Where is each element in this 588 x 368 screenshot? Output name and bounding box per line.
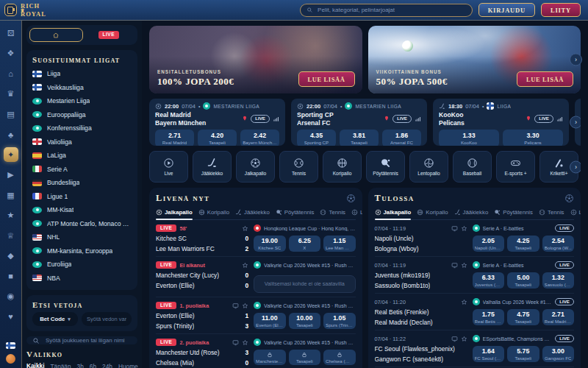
favorite-star-icon[interactable]: [461, 336, 467, 342]
team-search[interactable]: [26, 336, 137, 344]
odd-button[interactable]: 1.32 Sassuolo (B...: [542, 272, 574, 289]
match-row[interactable]: 07/04 · 11:19 Juventus (mko1919) Sassuol…: [375, 257, 575, 294]
time-filter[interactable]: 3h: [77, 363, 84, 368]
odd-button[interactable]: Chelsea (Mia...: [323, 350, 355, 365]
odd-button[interactable]: 3.30 Pelicans: [503, 130, 563, 146]
promo-banner-deposit[interactable]: ENSITALLETUSBONUS 100% JOPA 200€ LUE LIS…: [149, 26, 362, 93]
sport-tab[interactable]: Jääkiekko: [235, 209, 270, 216]
favorite-star-icon[interactable]: [461, 262, 467, 269]
favorite-star-icon[interactable]: [242, 262, 248, 269]
language-flag-finland[interactable]: [6, 342, 15, 349]
support-button[interactable]: [6, 354, 15, 364]
sport-tab[interactable]: Tennis: [539, 209, 564, 216]
banner-next-button[interactable]: ›: [570, 54, 582, 66]
odd-button[interactable]: 11.00 Everton (Elli...: [254, 313, 285, 329]
match-row[interactable]: LIVE 58' Kitchee SC0 Lee Man Warriors FC…: [156, 220, 356, 257]
match-row[interactable]: 07/04 · 11:20 Real Betis (Frenkie) Real …: [375, 294, 575, 330]
global-search-input[interactable]: [316, 6, 466, 14]
sport-tile[interactable]: Jääkiekko: [193, 151, 232, 183]
stream-monitor-icon[interactable]: [451, 262, 458, 269]
sidebar-league-item[interactable]: Eurooppaliiga: [32, 108, 132, 122]
rail-item-icon[interactable]: ❖: [4, 46, 18, 61]
odd-button[interactable]: Manchester U...: [254, 350, 285, 365]
rail-item-icon[interactable]: ▶: [4, 168, 18, 183]
sport-tab[interactable]: Jalkapallo: [375, 209, 412, 216]
rail-item-icon[interactable]: ★: [4, 208, 18, 223]
odd-button[interactable]: 5.00 Tasapeli: [507, 272, 539, 289]
rail-item-icon[interactable]: ♕: [4, 228, 18, 243]
odd-button[interactable]: 19.00 Kitchee SC: [254, 236, 285, 252]
sidebar-league-item[interactable]: MM-karsinta, Eurooppa: [32, 244, 132, 258]
stream-monitor-icon[interactable]: [232, 339, 239, 346]
odd-button[interactable]: 2.71 Real Madrid: [155, 130, 194, 146]
sport-tab[interactable]: Tennis: [320, 209, 345, 216]
sidebar-league-item[interactable]: NHL: [32, 230, 132, 244]
sidebar-league-item[interactable]: Veikkausliiga: [32, 81, 132, 95]
rail-item-icon[interactable]: ♣: [4, 127, 18, 142]
time-filter[interactable]: Kaikki: [26, 362, 44, 368]
odd-button[interactable]: 6.25 X: [289, 236, 320, 252]
odd-button[interactable]: 10.00 Tasapeli: [289, 313, 320, 329]
bet-code-input[interactable]: [82, 312, 132, 326]
favorite-star-icon[interactable]: [242, 302, 248, 309]
sidebar-league-item[interactable]: Valioliiga: [32, 135, 132, 149]
stats-signal-icon[interactable]: [415, 116, 421, 122]
featured-match-card[interactable]: 18:30 07/04 • Liiga KooKoo Pelicans: [433, 99, 569, 146]
stream-monitor-icon[interactable]: [232, 302, 239, 309]
bet-code-select[interactable]: Bet Code ▾: [32, 312, 78, 326]
odd-button[interactable]: 1.86 Arsenal FC: [382, 130, 421, 146]
odd-button[interactable]: 4.20 Tasapeli: [198, 130, 237, 146]
stats-signal-icon[interactable]: [556, 116, 563, 122]
match-row[interactable]: LIVE 2. puoliaika Manchester Utd (Rose)3: [156, 334, 356, 368]
promo-banner-weekly[interactable]: VIIKOITTAINEN BONUS 50% JOPA 500€ LUE LI…: [368, 26, 581, 93]
sport-tab[interactable]: Pöytätennis: [494, 209, 533, 216]
read-more-button[interactable]: LUE LISÄÄ: [517, 71, 573, 87]
featured-match-card[interactable]: 22:00 07/04 • Mestarien Liiga Sporting C…: [291, 99, 427, 146]
sport-tile[interactable]: E-sports +: [496, 151, 535, 183]
featured-next-button[interactable]: ›: [570, 116, 581, 129]
login-button[interactable]: KIRJAUDU: [478, 3, 535, 17]
sidebar-league-item[interactable]: Ligue 1: [32, 190, 132, 204]
global-search[interactable]: [300, 4, 473, 17]
sport-tile[interactable]: Jalkapallo: [236, 151, 275, 183]
favorite-star-icon[interactable]: [461, 225, 467, 232]
brand-logo[interactable]: Rich ♛ Royal: [4, 4, 46, 17]
odd-button[interactable]: 6.33 Juventus (mk...: [473, 272, 504, 289]
sidebar-league-item[interactable]: NBA: [32, 272, 132, 286]
read-more-button[interactable]: LUE LISÄÄ: [298, 71, 355, 87]
sport-tab[interactable]: Jalkapallo: [156, 209, 193, 216]
rail-item-icon[interactable]: ▤: [4, 107, 18, 121]
time-filter[interactable]: 24h: [102, 363, 112, 368]
rail-item-icon[interactable]: ♛: [4, 87, 18, 102]
match-row[interactable]: 07/04 · 11:19 Napoli (Uncle) Bologna (Wb…: [375, 220, 575, 257]
odd-button[interactable]: 2.54 Bologna (W...: [542, 236, 574, 252]
sport-tab[interactable]: Jääkiekko: [454, 209, 489, 216]
sidebar-league-item[interactable]: Serie A: [32, 163, 132, 177]
time-filter[interactable]: Huome: [118, 363, 138, 368]
rail-item-icon[interactable]: ▦: [4, 188, 18, 202]
match-row[interactable]: LIVE 1. puoliaika Everton (Ellie)1 Spurs: [156, 297, 356, 334]
sidebar-league-item[interactable]: Euroliiga: [32, 258, 132, 272]
odd-button[interactable]: 4.25 Tasapeli: [507, 236, 539, 252]
odd-button[interactable]: 1.05 Spurs (Trinit...: [323, 313, 355, 329]
stream-monitor-icon[interactable]: [451, 225, 458, 232]
sidebar-league-item[interactable]: Bundesliiga: [32, 176, 132, 190]
sport-tile[interactable]: Live: [149, 151, 188, 183]
stats-signal-icon[interactable]: [273, 116, 279, 122]
rail-item-icon[interactable]: ♥: [4, 309, 18, 324]
match-row[interactable]: LIVE Ei alkanut Manchester City (Lucy)0 …: [156, 257, 356, 297]
join-button[interactable]: LIITY: [541, 3, 581, 17]
odd-button[interactable]: 2.71 Real Madrid...: [542, 309, 574, 325]
sidebar-league-item[interactable]: Liiga: [32, 67, 132, 81]
rail-item-icon[interactable]: ◆: [4, 249, 18, 263]
sport-tile[interactable]: Baseball: [453, 151, 492, 183]
sidebar-league-item[interactable]: LaLiga: [32, 149, 132, 163]
sport-tab[interactable]: Pöytätennis: [276, 209, 315, 216]
rail-item-icon[interactable]: ■: [4, 269, 18, 283]
favorite-star-icon[interactable]: [242, 225, 248, 232]
rail-item-icon[interactable]: ⚄: [4, 26, 18, 40]
stream-monitor-icon[interactable]: [451, 336, 458, 342]
sport-tab[interactable]: Koripallo: [417, 209, 448, 216]
odd-button[interactable]: 2.05 Napoli (Uncl...: [473, 236, 504, 252]
sidebar-league-item[interactable]: ATP Monte Carlo, Monaco Miehet: [32, 217, 132, 231]
